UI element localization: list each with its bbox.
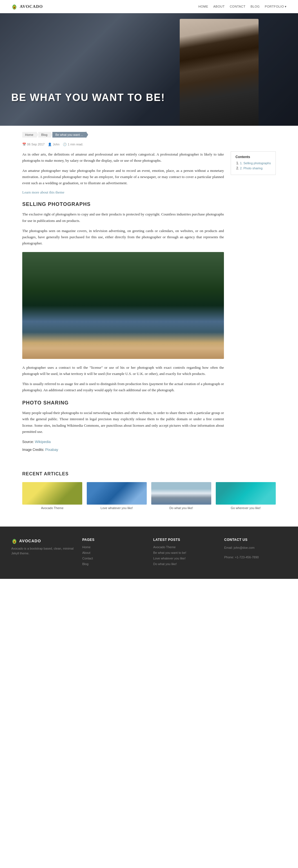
nav-blog[interactable]: BLOG bbox=[251, 5, 260, 8]
footer-page-home: Home bbox=[82, 545, 145, 549]
article-card-2[interactable]: Love whatever you like! bbox=[87, 482, 147, 510]
article-card-title-2: Love whatever you like! bbox=[87, 506, 147, 510]
article-card-title-3: Do what you like! bbox=[151, 506, 211, 510]
intro-paragraph-1: As in other arts, the definitions of ama… bbox=[22, 151, 224, 164]
footer-posts-list: Avocado Theme Be what you want to be! Lo… bbox=[153, 545, 216, 566]
footer-page-about: About bbox=[82, 551, 145, 555]
footer-contact-email: Email: john@doe.com bbox=[224, 545, 287, 551]
nav-contact[interactable]: CONTACT bbox=[230, 5, 246, 8]
article-thumb-1 bbox=[22, 482, 82, 505]
recent-articles-title: RECENT ARTICLES bbox=[22, 471, 276, 476]
section1-heading: SELLING PHOTOGRAPHS bbox=[22, 202, 224, 207]
footer-post-3: Love whatever you like! bbox=[153, 556, 216, 560]
footer-pages-list: Home About Contact Blog bbox=[82, 545, 145, 566]
section1-p4: This is usually referred to as usage fee… bbox=[22, 381, 224, 393]
meta-date: 📅 06 Sep 2017 bbox=[22, 143, 45, 146]
source-line: Source: Wikipedia bbox=[22, 439, 224, 445]
breadcrumb-current: Be what you want ... bbox=[52, 132, 86, 137]
article-card-4[interactable]: Go wherever you like! bbox=[216, 482, 276, 510]
nav-about[interactable]: ABOUT bbox=[213, 5, 224, 8]
footer-posts: LATEST POSTS Avocado Theme Be what you w… bbox=[153, 538, 216, 568]
article-card-1[interactable]: Avocado Theme bbox=[22, 482, 82, 510]
footer-page-contact: Contact bbox=[82, 556, 145, 560]
meta-readtime: 🕐 1 min read. bbox=[63, 143, 83, 146]
logo-text: AVOCADO bbox=[20, 4, 43, 9]
main-content: Home Blog Be what you want ... 📅 06 Sep … bbox=[11, 126, 287, 515]
logo-icon bbox=[11, 3, 18, 9]
svg-point-5 bbox=[14, 541, 15, 543]
credits-label: Image Credits: bbox=[22, 448, 44, 452]
articles-grid: Avocado Theme Love whatever you like! Do… bbox=[22, 482, 276, 510]
post-sidebar: Contents 1. Selling photographs 2. Photo… bbox=[231, 151, 276, 455]
nav-home[interactable]: HOME bbox=[198, 5, 208, 8]
footer-page-blog: Blog bbox=[82, 562, 145, 566]
toc-item-2: 2. Photo sharing bbox=[240, 166, 271, 170]
article-image bbox=[22, 252, 224, 359]
clock-icon: 🕐 bbox=[63, 143, 67, 146]
footer-contact-phone: Phone: +1-723-456-7890 bbox=[224, 555, 287, 560]
post-body: As in other arts, the definitions of ama… bbox=[22, 151, 224, 455]
meta-author: 👤 John bbox=[48, 143, 59, 146]
article-thumb-4 bbox=[216, 482, 276, 505]
recent-articles: RECENT ARTICLES Avocado Theme Love whate… bbox=[22, 466, 276, 510]
breadcrumb: Home Blog Be what you want ... bbox=[22, 131, 276, 138]
toc-link-1[interactable]: 1. Selling photographs bbox=[240, 161, 271, 165]
navbar: AVOCADO HOME ABOUT CONTACT BLOG PORTFOLI… bbox=[0, 0, 298, 13]
footer-pages-title: PAGES bbox=[82, 538, 145, 542]
logo[interactable]: AVOCADO bbox=[11, 3, 43, 9]
section1-p2: The photographs seen on magazine covers,… bbox=[22, 228, 224, 246]
breadcrumb-sep-3 bbox=[86, 131, 88, 138]
section2-p1: Many people upload their photographs to … bbox=[22, 410, 224, 435]
breadcrumb-sep-1 bbox=[36, 131, 38, 138]
toc-title: Contents bbox=[236, 155, 271, 159]
footer-post-1: Avocado Theme bbox=[153, 545, 216, 549]
section2-heading: PHOTO SHARING bbox=[22, 400, 224, 406]
footer-posts-title: LATEST POSTS bbox=[153, 538, 216, 542]
calendar-icon: 📅 bbox=[22, 143, 26, 146]
source-link[interactable]: Wikipedia bbox=[35, 440, 51, 444]
footer-post-4: Do what you like! bbox=[153, 562, 216, 566]
breadcrumb-blog[interactable]: Blog bbox=[38, 132, 50, 137]
footer-post-2: Be what you want to be! bbox=[153, 551, 216, 555]
footer-logo-icon bbox=[11, 538, 18, 544]
footer: AVOCADO Avocado is a bootstrap based, cl… bbox=[0, 527, 298, 579]
source-label: Source: bbox=[22, 440, 34, 444]
hero-section: BE WHAT YOU WANT TO BE! bbox=[0, 13, 298, 126]
post-meta: 📅 06 Sep 2017 👤 John 🕐 1 min read. bbox=[22, 143, 276, 146]
nav-portfolio[interactable]: PORTFOLIO ▾ bbox=[265, 5, 287, 8]
section1-p3: A photographer uses a contract to sell t… bbox=[22, 365, 224, 377]
nav-links: HOME ABOUT CONTACT BLOG PORTFOLIO ▾ bbox=[198, 5, 287, 8]
footer-brand-desc: Avocado is a bootstrap based, clean, min… bbox=[11, 546, 74, 556]
hero-title: BE WHAT YOU WANT TO BE! bbox=[11, 92, 165, 103]
breadcrumb-sep-2 bbox=[50, 131, 52, 138]
credits-line: Image Credits: Pixabay bbox=[22, 447, 224, 453]
article-card-title-1: Avocado Theme bbox=[22, 506, 82, 510]
hero-person-image bbox=[180, 19, 259, 126]
camera-person-image bbox=[22, 252, 224, 359]
article-card-3[interactable]: Do what you like! bbox=[151, 482, 211, 510]
footer-pages: PAGES Home About Contact Blog bbox=[82, 538, 145, 568]
article-thumb-3 bbox=[151, 482, 211, 505]
user-icon: 👤 bbox=[48, 143, 52, 146]
toc-link-2[interactable]: 2. Photo sharing bbox=[240, 166, 263, 170]
footer-contact: CONTACT US Email: john@doe.com Phone: +1… bbox=[224, 538, 287, 568]
learn-more-link[interactable]: Learn more about this theme bbox=[22, 190, 64, 194]
footer-logo: AVOCADO bbox=[11, 538, 74, 544]
footer-brand: AVOCADO Avocado is a bootstrap based, cl… bbox=[11, 538, 74, 568]
breadcrumb-home[interactable]: Home bbox=[22, 132, 36, 137]
intro-paragraph-2: An amateur photographer may take photogr… bbox=[22, 168, 224, 186]
section1-p1: The exclusive right of photographers to … bbox=[22, 211, 224, 224]
credits-link[interactable]: Pixabay bbox=[45, 447, 58, 452]
toc-item-1: 1. Selling photographs bbox=[240, 161, 271, 165]
svg-point-2 bbox=[14, 7, 15, 9]
post-layout: As in other arts, the definitions of ama… bbox=[22, 151, 276, 455]
table-of-contents: Contents 1. Selling photographs 2. Photo… bbox=[231, 151, 276, 175]
article-thumb-2 bbox=[87, 482, 147, 505]
footer-contact-title: CONTACT US bbox=[224, 538, 287, 542]
article-card-title-4: Go wherever you like! bbox=[216, 506, 276, 510]
toc-list: 1. Selling photographs 2. Photo sharing bbox=[236, 161, 271, 170]
